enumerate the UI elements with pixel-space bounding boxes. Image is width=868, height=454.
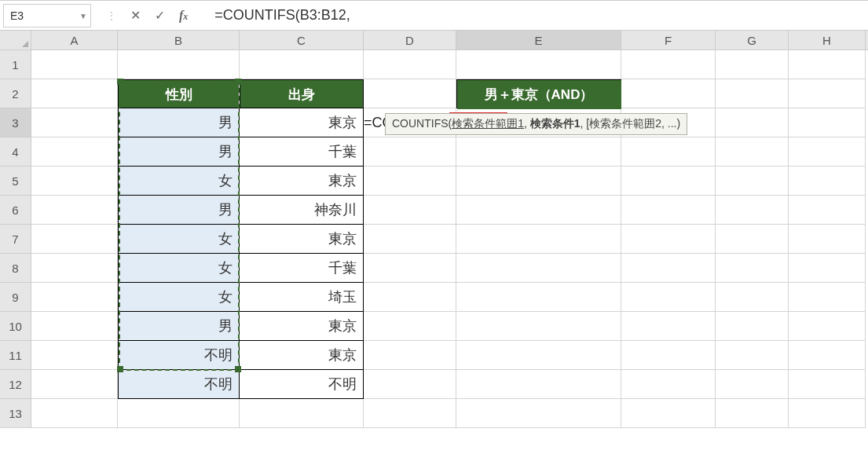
cell[interactable] xyxy=(240,50,364,79)
cell[interactable] xyxy=(621,225,716,254)
cell[interactable]: 女 xyxy=(118,225,240,254)
cell[interactable] xyxy=(456,225,621,254)
cell[interactable] xyxy=(31,399,118,428)
cell[interactable]: 男＋東京（AND） xyxy=(456,79,621,108)
row-header[interactable]: 3 xyxy=(0,108,31,137)
cell[interactable] xyxy=(31,108,118,137)
row-header[interactable]: 6 xyxy=(0,196,31,225)
col-header-D[interactable]: D xyxy=(364,31,456,49)
cell[interactable] xyxy=(31,196,118,225)
col-header-F[interactable]: F xyxy=(621,31,716,49)
cell[interactable] xyxy=(789,225,866,254)
select-all-corner[interactable] xyxy=(0,31,31,49)
cell[interactable] xyxy=(789,312,866,341)
cell[interactable] xyxy=(716,167,789,196)
cell[interactable] xyxy=(364,225,456,254)
cell[interactable] xyxy=(621,341,716,370)
row-header[interactable]: 7 xyxy=(0,225,31,254)
cell[interactable] xyxy=(364,370,456,399)
cancel-icon[interactable]: ✕ xyxy=(130,8,141,23)
cell[interactable] xyxy=(364,167,456,196)
row-header[interactable]: 2 xyxy=(0,79,31,108)
enter-icon[interactable]: ✓ xyxy=(155,8,165,23)
cell[interactable] xyxy=(716,225,789,254)
col-header-E[interactable]: E xyxy=(456,31,621,49)
cell[interactable]: 男 xyxy=(118,108,240,137)
row-header[interactable]: 12 xyxy=(0,370,31,399)
cell[interactable] xyxy=(621,196,716,225)
cell[interactable] xyxy=(621,50,716,79)
cell[interactable] xyxy=(789,108,866,137)
cell[interactable] xyxy=(789,341,866,370)
cell[interactable] xyxy=(31,225,118,254)
cell[interactable] xyxy=(621,312,716,341)
cell[interactable] xyxy=(364,137,456,167)
cell[interactable] xyxy=(456,370,621,399)
cell[interactable] xyxy=(456,312,621,341)
cell[interactable]: 不明 xyxy=(118,341,240,370)
cell[interactable] xyxy=(621,254,716,283)
cell[interactable]: 東京 xyxy=(240,341,364,370)
cell[interactable] xyxy=(31,341,118,370)
cell[interactable]: 女 xyxy=(118,254,240,283)
cell[interactable] xyxy=(716,254,789,283)
col-header-C[interactable]: C xyxy=(240,31,364,49)
cell[interactable]: 性別 xyxy=(118,79,240,108)
cell[interactable] xyxy=(364,79,456,108)
name-box[interactable]: E3 ▼ xyxy=(3,4,91,27)
col-header-H[interactable]: H xyxy=(789,31,866,49)
cell[interactable] xyxy=(716,196,789,225)
cell[interactable] xyxy=(31,370,118,399)
cell[interactable] xyxy=(789,370,866,399)
cell[interactable] xyxy=(789,254,866,283)
cell[interactable] xyxy=(716,312,789,341)
cell[interactable]: 男 xyxy=(118,312,240,341)
cell[interactable] xyxy=(364,312,456,341)
cell[interactable] xyxy=(364,254,456,283)
cell[interactable]: 男 xyxy=(118,137,240,167)
cell[interactable] xyxy=(118,399,240,428)
cell[interactable]: 女 xyxy=(118,167,240,196)
cell[interactable] xyxy=(364,341,456,370)
col-header-A[interactable]: A xyxy=(31,31,118,49)
cell[interactable] xyxy=(240,399,364,428)
cell[interactable] xyxy=(789,79,866,108)
row-header[interactable]: 8 xyxy=(0,254,31,283)
cell[interactable] xyxy=(789,137,866,167)
row-header[interactable]: 10 xyxy=(0,312,31,341)
cell[interactable] xyxy=(621,167,716,196)
cell[interactable]: 出身 xyxy=(240,79,364,108)
cell[interactable]: 千葉 xyxy=(240,137,364,167)
cell[interactable]: 男 xyxy=(118,196,240,225)
row-header[interactable]: 11 xyxy=(0,341,31,370)
cell[interactable]: 神奈川 xyxy=(240,196,364,225)
cell[interactable] xyxy=(716,370,789,399)
cell[interactable] xyxy=(31,50,118,79)
cell[interactable]: 東京 xyxy=(240,312,364,341)
formula-input[interactable]: =COUNTIFS(B3:B12, xyxy=(200,7,868,24)
cell[interactable] xyxy=(31,312,118,341)
cell[interactable] xyxy=(716,283,789,312)
cell[interactable]: 埼玉 xyxy=(240,283,364,312)
col-header-B[interactable]: B xyxy=(118,31,240,49)
cell[interactable] xyxy=(31,167,118,196)
cell[interactable] xyxy=(31,254,118,283)
cell[interactable] xyxy=(621,79,716,108)
cell[interactable] xyxy=(716,79,789,108)
cell[interactable]: 千葉 xyxy=(240,254,364,283)
cell[interactable] xyxy=(364,283,456,312)
fx-icon[interactable]: fx xyxy=(179,9,188,23)
cell[interactable] xyxy=(621,283,716,312)
cell[interactable] xyxy=(456,137,621,167)
cell[interactable] xyxy=(31,137,118,167)
cell[interactable]: 不明 xyxy=(118,370,240,399)
cell[interactable] xyxy=(621,370,716,399)
cell[interactable] xyxy=(621,137,716,167)
cell[interactable] xyxy=(716,137,789,167)
cell[interactable] xyxy=(716,50,789,79)
cell[interactable] xyxy=(789,196,866,225)
cell[interactable] xyxy=(118,50,240,79)
col-header-G[interactable]: G xyxy=(716,31,789,49)
row-header[interactable]: 13 xyxy=(0,399,31,428)
cell[interactable] xyxy=(716,399,789,428)
